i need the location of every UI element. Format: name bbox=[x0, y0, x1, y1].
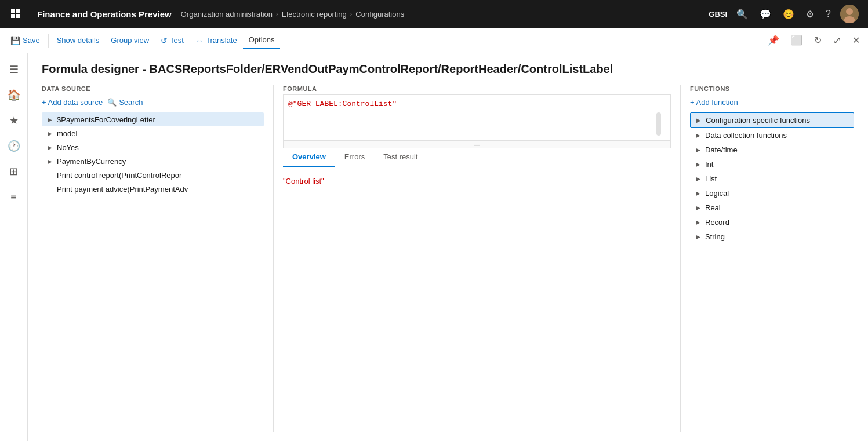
tree-item-printpayment[interactable]: ▶ Print payment advice(PrintPaymentAdv bbox=[42, 182, 264, 196]
layout: ☰ 🏠 ★ 🕐 ⊞ ≡ Formula designer - BACSRepor… bbox=[0, 53, 868, 441]
help-icon[interactable]: ? bbox=[823, 6, 833, 21]
tab-errors[interactable]: Errors bbox=[335, 148, 374, 167]
search-icon: 🔍 bbox=[107, 98, 117, 107]
tree-item-payments-label: $PaymentsForCoveringLetter bbox=[57, 115, 260, 124]
tab-testresult[interactable]: Test result bbox=[374, 148, 427, 167]
function-item-logical[interactable]: ▶ Logical bbox=[690, 186, 854, 201]
main-content: Formula designer - BACSReportsFolder/ERV… bbox=[28, 53, 868, 441]
sidenav-favorite-icon[interactable]: ★ bbox=[2, 109, 26, 132]
function-datetime-label: Date/time bbox=[705, 145, 738, 154]
tree-item-paymentbycurrency[interactable]: ▶ PaymentByCurrency bbox=[42, 154, 264, 168]
top-nav: Finance and Operations Preview Organizat… bbox=[0, 0, 868, 28]
breadcrumb: Organization administration › Electronic… bbox=[181, 10, 709, 19]
tree-item-payments[interactable]: ▶ $PaymentsForCoveringLetter bbox=[42, 112, 264, 126]
sidenav-home-icon[interactable]: 🏠 bbox=[2, 83, 26, 107]
function-config-label: Configuration specific functions bbox=[706, 116, 810, 125]
svg-point-5 bbox=[846, 8, 853, 15]
close-icon[interactable]: ✕ bbox=[849, 32, 863, 48]
translate-button[interactable]: ↔ Translate bbox=[190, 32, 243, 49]
expand-noyes-icon: ▶ bbox=[45, 143, 55, 152]
function-int-label: Int bbox=[705, 160, 713, 169]
formula-scroll-handle[interactable] bbox=[656, 112, 661, 136]
tree-item-paymentbycurrency-label: PaymentByCurrency bbox=[57, 157, 260, 166]
breadcrumb-org[interactable]: Organization administration bbox=[181, 10, 273, 19]
translate-icon: ↔ bbox=[195, 36, 204, 45]
formula-editor[interactable]: @"GER_LABEL:ControlList" bbox=[283, 94, 671, 141]
refresh-icon[interactable]: ↻ bbox=[811, 32, 825, 48]
app-title: Finance and Operations Preview bbox=[28, 9, 181, 19]
expand-datacollection-icon: ▶ bbox=[693, 132, 703, 139]
datasource-panel: DATA SOURCE + Add data source 🔍 Search ▶… bbox=[42, 85, 274, 432]
function-item-string[interactable]: ▶ String bbox=[690, 229, 854, 244]
expand-record-icon: ▶ bbox=[693, 219, 703, 225]
add-function-button[interactable]: + Add function bbox=[690, 97, 854, 108]
test-button[interactable]: ↺ Test bbox=[155, 32, 190, 49]
options-button[interactable]: Options bbox=[243, 32, 281, 49]
function-real-label: Real bbox=[705, 203, 721, 212]
expand-payments-icon: ▶ bbox=[45, 115, 55, 124]
datasource-toolbar: + Add data source 🔍 Search bbox=[42, 97, 264, 108]
page-title: Formula designer - BACSReportsFolder/ERV… bbox=[42, 63, 854, 76]
svg-rect-2 bbox=[11, 14, 15, 18]
function-string-label: String bbox=[705, 232, 725, 241]
sidenav-recent-icon[interactable]: 🕐 bbox=[2, 134, 26, 158]
formula-label: FORMULA bbox=[283, 85, 671, 92]
breadcrumb-chevron-2: › bbox=[350, 10, 353, 17]
function-item-datetime[interactable]: ▶ Date/time bbox=[690, 143, 854, 157]
tree-item-noyes[interactable]: ▶ NoYes bbox=[42, 140, 264, 154]
svg-rect-3 bbox=[16, 14, 20, 18]
function-item-list[interactable]: ▶ List bbox=[690, 172, 854, 186]
breadcrumb-chevron-1: › bbox=[276, 10, 278, 17]
save-button[interactable]: 💾 Save bbox=[5, 32, 46, 49]
function-datacollection-label: Data collection functions bbox=[705, 131, 787, 140]
search-nav-icon[interactable]: 🔍 bbox=[734, 6, 750, 22]
settings-icon[interactable]: ⚙ bbox=[804, 6, 816, 22]
svg-rect-0 bbox=[11, 9, 15, 13]
svg-rect-1 bbox=[16, 9, 20, 13]
add-datasource-button[interactable]: + Add data source bbox=[42, 97, 103, 108]
function-item-real[interactable]: ▶ Real bbox=[690, 201, 854, 215]
results-content: "Control list" bbox=[283, 172, 671, 190]
sidenav-menu-icon[interactable]: ☰ bbox=[2, 58, 26, 81]
tab-overview[interactable]: Overview bbox=[283, 148, 335, 167]
expand-model-icon: ▶ bbox=[45, 129, 55, 138]
expand-real-icon: ▶ bbox=[693, 205, 703, 211]
overview-value: "Control list" bbox=[283, 177, 324, 185]
expand-icon[interactable]: ⬜ bbox=[787, 32, 806, 48]
function-logical-label: Logical bbox=[705, 189, 729, 198]
toolbar-left: 💾 Save Show details Group view ↺ Test ↔ … bbox=[5, 32, 762, 49]
formula-resize-handle[interactable]: ═ bbox=[283, 141, 671, 148]
formula-value: @"GER_LABEL:ControlList" bbox=[288, 100, 397, 108]
save-icon: 💾 bbox=[10, 36, 20, 45]
datasource-header: DATA SOURCE bbox=[42, 85, 264, 92]
search-datasource-button[interactable]: 🔍 Search bbox=[107, 98, 143, 107]
expand-logical-icon: ▶ bbox=[693, 190, 703, 196]
app-grid-icon[interactable] bbox=[5, 9, 28, 19]
breadcrumb-er[interactable]: Electronic reporting bbox=[282, 10, 347, 19]
tree-item-model[interactable]: ▶ model bbox=[42, 126, 264, 140]
expand-config-icon: ▶ bbox=[694, 117, 703, 123]
sidenav-workspace-icon[interactable]: ⊞ bbox=[2, 160, 26, 183]
chat-icon[interactable]: 💬 bbox=[757, 6, 773, 22]
pin-icon[interactable]: 📌 bbox=[764, 32, 783, 48]
function-item-record[interactable]: ▶ Record bbox=[690, 215, 854, 229]
tree-item-printcontrol[interactable]: ▶ Print control report(PrintControlRepor bbox=[42, 168, 264, 182]
show-details-button[interactable]: Show details bbox=[51, 32, 106, 48]
group-view-button[interactable]: Group view bbox=[105, 32, 155, 48]
functions-list: ▶ Configuration specific functions ▶ Dat… bbox=[690, 112, 854, 432]
function-list-label: List bbox=[705, 174, 717, 183]
expand-datetime-icon: ▶ bbox=[693, 147, 703, 153]
test-icon: ↺ bbox=[161, 36, 168, 45]
functions-header: FUNCTIONS bbox=[690, 85, 854, 92]
content-area: DATA SOURCE + Add data source 🔍 Search ▶… bbox=[42, 85, 854, 432]
function-item-int[interactable]: ▶ Int bbox=[690, 157, 854, 172]
emoji-icon[interactable]: 😊 bbox=[780, 6, 797, 22]
detach-icon[interactable]: ⤢ bbox=[830, 32, 844, 48]
expand-list-icon: ▶ bbox=[693, 176, 703, 182]
top-nav-right: GBSI 🔍 💬 😊 ⚙ ? bbox=[709, 5, 863, 23]
avatar[interactable] bbox=[840, 5, 859, 23]
function-item-datacollection[interactable]: ▶ Data collection functions bbox=[690, 128, 854, 143]
breadcrumb-config[interactable]: Configurations bbox=[355, 10, 404, 19]
sidenav-list-icon[interactable]: ≡ bbox=[2, 185, 26, 209]
function-item-config[interactable]: ▶ Configuration specific functions bbox=[690, 112, 854, 128]
